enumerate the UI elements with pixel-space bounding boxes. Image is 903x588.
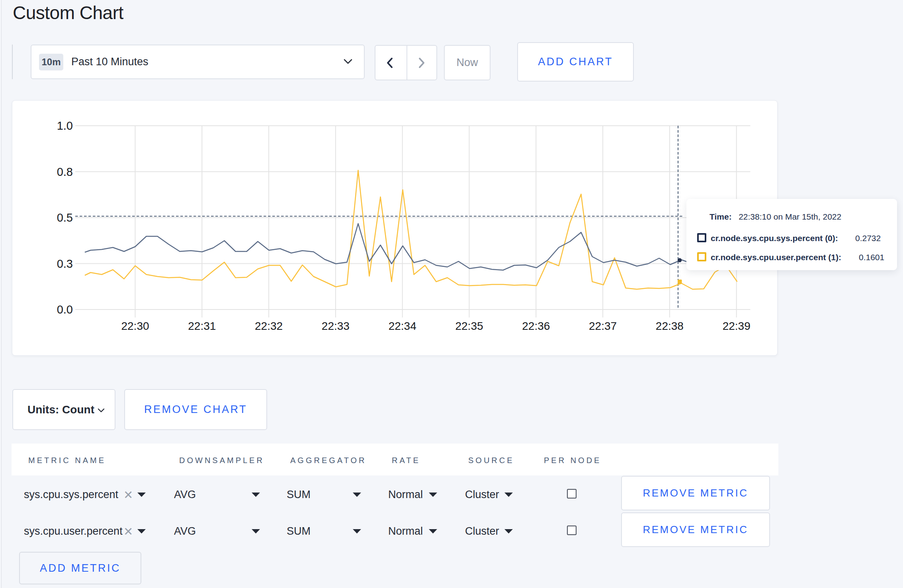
- svg-text:22:38: 22:38: [656, 320, 684, 332]
- svg-text:22:31: 22:31: [188, 320, 216, 332]
- svg-text:0.8: 0.8: [57, 165, 73, 178]
- svg-text:22:35: 22:35: [455, 320, 483, 332]
- svg-text:0.3: 0.3: [57, 257, 73, 270]
- svg-text:22:34: 22:34: [389, 320, 416, 332]
- svg-text:22:30: 22:30: [121, 320, 149, 332]
- svg-text:22:39: 22:39: [723, 320, 751, 332]
- svg-text:22:33: 22:33: [322, 320, 350, 332]
- svg-text:22:36: 22:36: [522, 320, 550, 332]
- svg-text:1.0: 1.0: [57, 119, 73, 132]
- svg-text:22:37: 22:37: [589, 320, 617, 332]
- svg-text:0.0: 0.0: [57, 303, 73, 316]
- svg-text:0.5: 0.5: [57, 211, 73, 224]
- svg-text:22:32: 22:32: [255, 320, 283, 332]
